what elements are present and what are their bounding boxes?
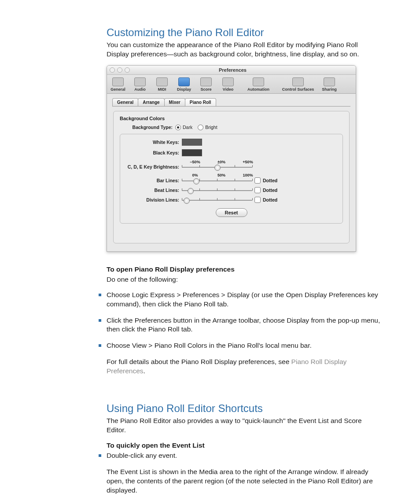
toolbar-score[interactable]: Score bbox=[195, 77, 217, 92]
toolbar-automation[interactable]: Automation bbox=[239, 77, 278, 92]
background-type-label: Background Type: bbox=[120, 125, 175, 130]
toolbar-control-surfaces[interactable]: Control Surfaces bbox=[278, 77, 318, 92]
heading-customizing: Customizing the Piano Roll Editor bbox=[107, 26, 380, 39]
beat-lines-slider[interactable] bbox=[182, 188, 252, 193]
background-type-row: Background Type: Dark Bright bbox=[120, 125, 343, 130]
division-lines-dotted-checkbox[interactable] bbox=[254, 197, 261, 203]
score-icon bbox=[200, 77, 212, 86]
titlebar: Preferences bbox=[107, 66, 356, 75]
group-title: Background Colors bbox=[120, 116, 343, 121]
brightness-slider[interactable] bbox=[182, 164, 252, 169]
preferences-window: Preferences General Audio MIDI Display S… bbox=[107, 65, 356, 252]
beat-lines-dotted-label: Dotted bbox=[263, 188, 277, 193]
open-prefs-list: Choose Logic Express > Preferences > Dis… bbox=[107, 291, 380, 351]
intro-shortcuts: The Piano Roll Editor also provides a wa… bbox=[107, 416, 380, 435]
radio-bright[interactable] bbox=[198, 125, 203, 130]
toolbar-sharing[interactable]: Sharing bbox=[318, 77, 340, 92]
beat-lines-dotted-checkbox[interactable] bbox=[254, 187, 261, 193]
brightness-scale: −50% ±0% +50% bbox=[182, 160, 261, 164]
zoom-icon[interactable] bbox=[125, 67, 130, 73]
tab-mixer[interactable]: Mixer bbox=[164, 98, 185, 106]
list-item: Choose Logic Express > Preferences > Dis… bbox=[99, 291, 380, 309]
list-item: Click the Preferences button in the Arra… bbox=[99, 316, 380, 335]
bar-lines-label: Bar Lines: bbox=[126, 178, 182, 183]
open-event-list-steps: Double-click any event. bbox=[107, 451, 380, 460]
heading-shortcuts: Using Piano Roll Editor Shortcuts bbox=[107, 402, 380, 415]
radio-dark[interactable] bbox=[175, 125, 181, 130]
close-icon[interactable] bbox=[110, 67, 115, 73]
traffic-lights[interactable] bbox=[110, 67, 130, 73]
toolbar-video[interactable]: Video bbox=[217, 77, 239, 92]
division-lines-label: Division Lines: bbox=[126, 197, 182, 202]
display-icon bbox=[178, 77, 190, 86]
midi-icon bbox=[156, 77, 168, 86]
division-lines-slider[interactable] bbox=[182, 197, 252, 202]
tab-general[interactable]: General bbox=[112, 98, 138, 106]
line-scale: 0% 50% 100% bbox=[182, 173, 261, 177]
event-list-para: The Event List is shown in the Media are… bbox=[107, 467, 380, 495]
intro-customizing: You can customize the appearance of the … bbox=[107, 40, 380, 59]
control-surfaces-icon bbox=[292, 77, 304, 86]
radio-bright-label: Bright bbox=[205, 125, 217, 130]
video-icon bbox=[222, 77, 234, 86]
audio-icon bbox=[134, 77, 146, 86]
sharing-icon bbox=[324, 77, 335, 86]
open-prefs-line: Do one of the following: bbox=[107, 275, 380, 284]
list-item: Double-click any event. bbox=[99, 451, 380, 460]
reset-button[interactable]: Reset bbox=[216, 208, 247, 217]
inner-group: White Keys: Black Keys: −50% ±0% +50% C,… bbox=[120, 134, 343, 224]
black-keys-label: Black Keys: bbox=[126, 150, 182, 155]
tab-arrange[interactable]: Arrange bbox=[138, 98, 164, 106]
brightness-label: C, D, E Key Brightness: bbox=[126, 164, 182, 169]
open-prefs-heading: To open Piano Roll Display preferences bbox=[107, 265, 380, 274]
toolbar-general[interactable]: General bbox=[107, 77, 129, 92]
radio-dark-label: Dark bbox=[183, 125, 192, 130]
bar-lines-slider[interactable] bbox=[182, 178, 252, 183]
list-item: Choose View > Piano Roll Colors in the P… bbox=[99, 341, 380, 350]
black-keys-swatch[interactable] bbox=[182, 149, 202, 156]
tab-piano-roll[interactable]: Piano Roll bbox=[185, 98, 216, 106]
toolbar-audio[interactable]: Audio bbox=[129, 77, 151, 92]
general-icon bbox=[112, 77, 124, 86]
window-title: Preferences bbox=[130, 67, 335, 73]
division-lines-dotted-label: Dotted bbox=[263, 197, 277, 202]
white-keys-label: White Keys: bbox=[126, 140, 182, 145]
white-keys-swatch[interactable] bbox=[182, 139, 202, 146]
prefs-toolbar: General Audio MIDI Display Score Video A… bbox=[107, 75, 356, 94]
bar-lines-dotted-checkbox[interactable] bbox=[254, 177, 261, 184]
beat-lines-label: Beat Lines: bbox=[126, 188, 182, 193]
toolbar-display[interactable]: Display bbox=[173, 77, 195, 92]
background-colors-group: Background Colors Background Type: Dark … bbox=[113, 111, 350, 243]
minimize-icon[interactable] bbox=[117, 67, 122, 73]
full-details-note: For full details about the Piano Roll Di… bbox=[107, 357, 380, 376]
toolbar-midi[interactable]: MIDI bbox=[151, 77, 173, 92]
bar-lines-dotted-label: Dotted bbox=[263, 178, 277, 183]
automation-icon bbox=[253, 77, 264, 86]
open-event-list-heading: To quickly open the Event List bbox=[107, 441, 380, 450]
tab-strip: General Arrange Mixer Piano Roll bbox=[107, 94, 356, 106]
